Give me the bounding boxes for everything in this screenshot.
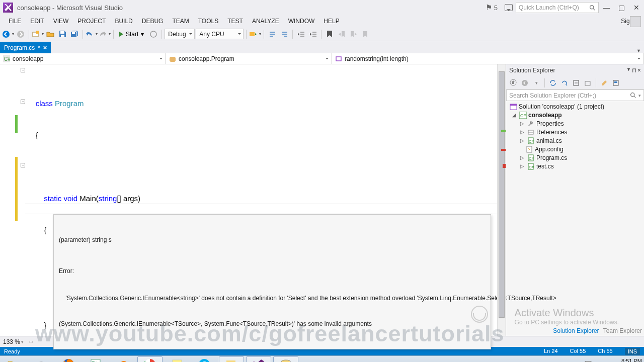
menu-file[interactable]: FILE: [4, 16, 26, 26]
tab-close-icon[interactable]: ×: [43, 44, 47, 51]
tree-file-program[interactable]: ▷C#Program.cs: [506, 153, 644, 162]
increase-indent-button[interactable]: [307, 29, 318, 40]
notif-count: 5: [494, 4, 498, 12]
tree-properties-node[interactable]: ▷Properties: [506, 119, 644, 128]
solexp-refresh-button[interactable]: [559, 78, 570, 88]
new-project-button[interactable]: ▾: [32, 30, 44, 38]
solexp-tab-team[interactable]: Team Explorer: [603, 327, 642, 334]
taskbar-clock[interactable]: 8:51 PM 6/1/2016: [620, 358, 642, 362]
menu-edit[interactable]: EDIT: [26, 16, 48, 26]
browser-select-button[interactable]: [148, 29, 159, 40]
menu-test[interactable]: TEST: [223, 16, 248, 26]
notifications-badge[interactable]: ⚑ 5: [481, 3, 502, 12]
outline-toggle[interactable]: [21, 163, 25, 167]
tree-file-animal[interactable]: ▷C#animal.cs: [506, 136, 644, 145]
tree-file-appconfig[interactable]: App.config: [506, 145, 644, 153]
decrease-indent-button[interactable]: [295, 29, 306, 40]
menu-tools[interactable]: TOOLS: [194, 16, 223, 26]
feedback-icon[interactable]: [505, 4, 513, 11]
system-tray[interactable]: ▴ 8:51 PM 6/1/2016: [565, 358, 644, 362]
solexp-tab-solution[interactable]: Solution Explorer: [553, 327, 599, 334]
search-dropdown-icon[interactable]: ▾: [638, 93, 641, 98]
solexp-showall-button[interactable]: [583, 78, 593, 88]
menu-help[interactable]: HELP: [319, 16, 344, 26]
outline-toggle[interactable]: [21, 100, 25, 104]
quick-launch-input[interactable]: Quick Launch (Ctrl+Q): [516, 2, 599, 13]
expander-icon[interactable]: ▷: [519, 163, 525, 169]
tooltip-error-body2: (System.Collections.Generic.IEnumerable<…: [59, 320, 486, 328]
solexp-back-button[interactable]: [520, 78, 530, 88]
search-icon: [589, 5, 596, 11]
toolbar: ▾ ▾ ▾ ▾ Start▾ Debug Any CPU ▾: [0, 27, 644, 41]
save-button[interactable]: [57, 29, 68, 40]
menu-analyze[interactable]: ANALYZE: [248, 16, 284, 26]
avatar-icon[interactable]: [630, 16, 641, 27]
panel-dropdown-icon[interactable]: ▼: [626, 67, 631, 74]
status-char: Ch 55: [598, 348, 612, 355]
navigate-forward-button[interactable]: [15, 29, 26, 40]
vertical-scrollbar[interactable]: [497, 64, 506, 336]
nav-type-combo[interactable]: consoleapp.Program: [166, 53, 332, 64]
maximize-button[interactable]: ▢: [614, 2, 629, 14]
nav-member-combo[interactable]: randomstring(int length): [332, 53, 644, 64]
wrench-icon: [527, 120, 535, 127]
menu-team[interactable]: TEAM: [168, 16, 193, 26]
zoom-control[interactable]: 133 %▾: [3, 338, 24, 345]
taskbar-explorer[interactable]: [2, 356, 27, 362]
solexp-collapse-button[interactable]: [571, 78, 581, 88]
solexp-home-button[interactable]: [508, 78, 518, 88]
expander-icon[interactable]: ◢: [511, 112, 517, 118]
uncomment-button[interactable]: [279, 29, 290, 40]
flag-icon: ⚑: [486, 3, 492, 12]
tree-references-node[interactable]: ▷References: [506, 128, 644, 136]
undo-button[interactable]: ▾: [86, 31, 98, 38]
expander-icon[interactable]: ▷: [519, 129, 525, 135]
panel-close-icon[interactable]: ×: [637, 67, 641, 74]
code-editor[interactable]: class Program { static void Main(string[…: [0, 64, 506, 336]
config-combo[interactable]: Debug: [165, 29, 195, 39]
menu-window[interactable]: WINDOW: [284, 16, 319, 26]
doc-tab-program[interactable]: Program.cs* ×: [0, 42, 51, 53]
comment-button[interactable]: [267, 29, 278, 40]
nav-project-combo[interactable]: C# consoleapp: [0, 53, 166, 64]
expander-icon[interactable]: ▷: [519, 121, 525, 126]
code-surface[interactable]: class Program { static void Main(string[…: [25, 64, 497, 336]
expander-icon[interactable]: ▷: [519, 138, 525, 143]
redo-button[interactable]: ▾: [99, 31, 111, 38]
close-button[interactable]: ✕: [629, 2, 644, 14]
bookmark-button[interactable]: [324, 29, 335, 40]
menu-bar: FILE EDIT VIEW PROJECT BUILD DEBUG TEAM …: [0, 15, 644, 27]
tab-overflow-button[interactable]: ▼: [633, 48, 644, 53]
tree-file-test[interactable]: ▷C#test.cs: [506, 162, 644, 170]
minimize-button[interactable]: —: [599, 2, 614, 14]
menu-debug[interactable]: DEBUG: [137, 16, 168, 26]
outline-toggle[interactable]: [21, 68, 25, 72]
solexp-preview-button[interactable]: [611, 78, 621, 88]
next-bookmark-button[interactable]: [348, 29, 359, 40]
solexp-titlebar[interactable]: Solution Explorer ▼ ⊓ ×: [506, 64, 644, 76]
solexp-properties-button[interactable]: [599, 78, 609, 88]
menu-project[interactable]: PROJECT: [73, 16, 110, 26]
play-icon: [119, 32, 123, 37]
start-debug-button[interactable]: Start▾: [116, 31, 147, 38]
open-file-button[interactable]: [45, 29, 56, 40]
solexp-sync-button[interactable]: [548, 78, 558, 88]
navigate-back-button[interactable]: ▾: [2, 30, 14, 38]
tree-project-node[interactable]: ◢C#consoleapp: [506, 111, 644, 119]
expander-icon[interactable]: ▷: [519, 155, 525, 160]
svg-line-34: [634, 96, 635, 98]
clear-bookmarks-button[interactable]: [360, 29, 371, 40]
platform-combo[interactable]: Any CPU: [196, 29, 244, 39]
solexp-search-input[interactable]: Search Solution Explorer (Ctrl+;) ▾: [506, 89, 644, 101]
svg-rect-8: [72, 32, 75, 34]
solution-icon: [509, 103, 517, 110]
status-insert-mode[interactable]: INS: [625, 348, 640, 355]
menu-view[interactable]: VIEW: [49, 16, 73, 26]
tree-solution-node[interactable]: Solution 'consoleapp' (1 project): [506, 102, 644, 111]
menu-build[interactable]: BUILD: [110, 16, 137, 26]
panel-pin-icon[interactable]: ⊓: [632, 67, 636, 74]
solexp-forward-button[interactable]: ▾: [531, 78, 541, 88]
prev-bookmark-button[interactable]: [336, 29, 347, 40]
process-button[interactable]: ▾: [249, 31, 261, 38]
save-all-button[interactable]: [69, 29, 80, 40]
